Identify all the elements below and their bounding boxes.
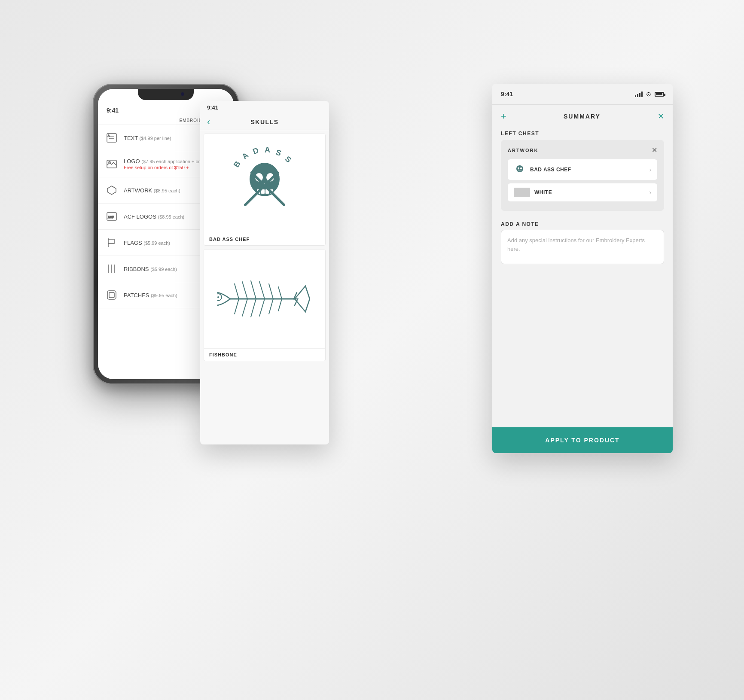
svg-line-42 <box>269 299 273 314</box>
svg-text:ACF: ACF <box>108 216 114 219</box>
panel3-time: 9:41 <box>501 91 513 97</box>
bad-ass-chef-chevron: › <box>649 166 651 173</box>
logo-icon <box>105 157 119 171</box>
bad-ass-chef-name: BAD ASS CHEF <box>530 167 571 173</box>
svg-line-37 <box>278 287 282 299</box>
svg-line-40 <box>251 299 256 317</box>
skulls-title: SKULLS <box>251 119 279 125</box>
menu-label-flags: FLAGS ($5.99 each) <box>124 240 170 246</box>
svg-line-33 <box>242 282 247 299</box>
svg-line-38 <box>235 299 239 314</box>
svg-text:S: S <box>274 148 282 158</box>
summary-title-row: + SUMMARY ✕ <box>492 105 673 128</box>
bad-ass-chef-row[interactable]: BAD ASS CHEF › <box>508 159 657 180</box>
svg-point-5 <box>109 161 110 163</box>
text-icon: A <box>105 131 119 145</box>
svg-text:B: B <box>232 160 242 169</box>
svg-rect-13 <box>109 292 114 298</box>
scene: 9:41 EMBROIDERY TYPE A TEXT ($4.99 per l… <box>71 49 673 651</box>
svg-text:S: S <box>284 155 293 164</box>
svg-text:A: A <box>240 151 250 161</box>
note-textarea[interactable]: Add any special instructions for our Emb… <box>501 230 664 264</box>
white-color-name: WHITE <box>534 189 552 195</box>
notch-camera <box>181 92 184 96</box>
menu-label-artwork: ARTWORK ($8.95 each) <box>124 187 180 194</box>
signal-icon <box>635 91 643 97</box>
phone2-header: ‹ SKULLS <box>200 113 329 130</box>
panel3-status-icons: ⊙ <box>635 91 664 97</box>
left-chest-label: LEFT CHEST <box>492 128 673 140</box>
white-chevron: › <box>649 189 651 196</box>
svg-line-39 <box>242 299 247 316</box>
add-button[interactable]: + <box>501 111 506 122</box>
artwork-box-close[interactable]: ✕ <box>652 146 657 154</box>
svg-line-43 <box>278 299 282 311</box>
summary-title: SUMMARY <box>564 113 601 120</box>
ribbons-icon <box>105 262 119 276</box>
chef-skull-image: B A D A S S <box>204 134 325 233</box>
bad-ass-chef-row-left: BAD ASS CHEF <box>514 164 571 176</box>
add-note-label: ADD A NOTE <box>492 218 673 230</box>
white-color-row[interactable]: WHITE › <box>508 183 657 201</box>
svg-line-34 <box>251 281 256 299</box>
phone-notch <box>138 89 194 100</box>
artwork-box-title: ARTWORK <box>508 148 538 153</box>
back-button[interactable]: ‹ <box>207 117 210 127</box>
svg-line-35 <box>259 282 265 299</box>
menu-label-text: TEXT ($4.99 per line) <box>124 135 171 141</box>
artwork-card-fishbone[interactable]: FISHBONE <box>204 249 326 361</box>
flags-icon <box>105 236 119 250</box>
panel3-status-bar: 9:41 ⊙ <box>492 84 673 105</box>
menu-label-ribbons: RIBBONS ($5.99 each) <box>124 266 177 272</box>
svg-line-36 <box>269 284 273 299</box>
phone-2-skulls: 9:41 ‹ SKULLS B A D A S S <box>200 101 329 444</box>
svg-point-31 <box>217 296 219 298</box>
fishbone-name: FISHBONE <box>204 348 325 361</box>
svg-text:A: A <box>108 134 110 137</box>
wifi-icon: ⊙ <box>646 91 651 97</box>
close-button[interactable]: ✕ <box>658 112 664 121</box>
artwork-box-header: ARTWORK ✕ <box>508 146 657 154</box>
artwork-icon <box>105 183 119 197</box>
chef-skull-row-icon <box>514 164 526 176</box>
note-placeholder: Add any special instructions for our Emb… <box>507 236 658 253</box>
patches-icon <box>105 288 119 302</box>
artwork-box: ARTWORK ✕ BAD ASS CHEF › <box>501 140 664 211</box>
svg-rect-12 <box>107 291 116 299</box>
acf-icon: ACF <box>105 210 119 223</box>
svg-point-44 <box>516 165 523 172</box>
svg-text:A: A <box>265 146 270 154</box>
battery-icon <box>655 92 664 97</box>
white-row-left: WHITE <box>514 188 552 197</box>
svg-point-45 <box>518 167 519 170</box>
fishbone-image <box>204 250 325 348</box>
artwork-card-chef[interactable]: B A D A S S <box>204 134 326 246</box>
white-swatch <box>514 188 530 197</box>
phone2-time: 9:41 <box>200 101 329 113</box>
svg-point-46 <box>520 167 522 170</box>
svg-text:D: D <box>252 146 260 156</box>
menu-label-patches: PATCHES ($9.95 each) <box>124 292 177 298</box>
svg-line-32 <box>235 284 239 299</box>
chef-skull-name: BAD ASS CHEF <box>204 233 325 245</box>
menu-label-acf: ACF LOGOS ($8.95 each) <box>124 213 184 220</box>
svg-line-41 <box>259 299 265 316</box>
summary-panel: 9:41 ⊙ + SUMMARY ✕ LEFT CHEST <box>492 84 673 453</box>
apply-to-product-button[interactable]: APPLY TO PRODUCT <box>492 427 673 453</box>
